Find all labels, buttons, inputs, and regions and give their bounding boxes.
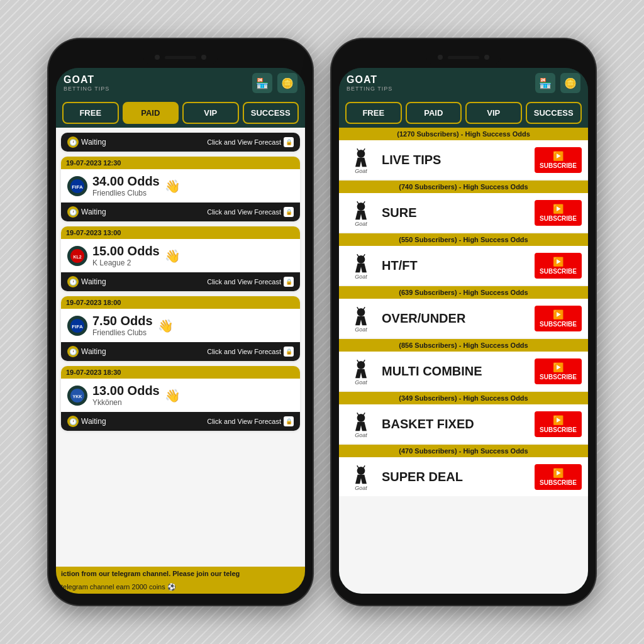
lock-3: 🔒 [284,416,294,426]
subscribe-btn-6[interactable]: ▶️ SUBSCRIBE [535,464,582,490]
sub-section-2: (550 Subscribers) - High Success Odds Go… [339,233,588,285]
waiting-3: 🕐 Waiting [67,416,106,427]
svg-text:FIFA: FIFA [72,324,83,330]
goat-label-5: Goat [355,432,367,438]
tab-vip-r[interactable]: VIP [465,102,522,124]
goat-label-1: Goat [355,221,367,227]
sub-section-4: (856 Subscribers) - High Success Odds Go… [339,339,588,391]
yt-icon-3: ▶️ [553,309,564,319]
yt-icon-4: ▶️ [553,362,564,372]
tab-free-r[interactable]: FREE [345,102,402,124]
subscribe-label-2: SUBSCRIBE [540,268,577,275]
forecast-label-0: Click and View Forecast [207,208,281,216]
left-screen: GOAT BETTING TIPS 🏪 🪙 FREE PAID VIP SUCC… [56,68,305,594]
waiting-label-1: Waiting [81,277,106,286]
app-header: GOAT BETTING TIPS 🏪 🪙 [56,68,305,98]
sub-header-2: (550 Subscribers) - High Success Odds [339,233,588,246]
sub-section-3: (639 Subscribers) - High Success Odds Go… [339,286,588,338]
sub-title-4: MULTI COMBINE [382,364,530,379]
sub-body-5: Goat BASKET FIXED ▶️ SUBSCRIBE [339,404,588,443]
forecast-label-2: Click and View Forecast [207,348,281,355]
waiting-label: Waiting [81,138,106,147]
card-body-1: KL2 15.00 Odds K League 2 👋 [61,239,300,272]
tab-paid[interactable]: PAID [123,102,179,124]
store-icon-r[interactable]: 🏪 [535,73,555,93]
ticker-2-text: telegram channel earn 2000 coins ⚽ [61,583,176,591]
nav-tabs-r: FREE PAID VIP SUCCESS [339,98,588,128]
sub-section-0: (1270 Subscribers) - High Success Odds G… [339,128,588,179]
hand-icon-3: 👋 [165,388,180,403]
subscribe-btn-5[interactable]: ▶️ SUBSCRIBE [535,411,582,437]
goat-label-0: Goat [355,168,367,174]
card-header-0: 19-07-2023 12:30 [61,157,300,169]
notch-sensor-r [484,55,489,60]
subscribe-label-0: SUBSCRIBE [540,162,577,169]
bet-odds-0: 34.00 Odds [92,174,160,189]
league-logo-3: YKK [67,386,87,406]
tab-free[interactable]: FREE [62,102,119,124]
forecast-btn[interactable]: Click and View Forecast 🔒 [207,137,294,147]
sub-body-4: Goat MULTI COMBINE ▶️ SUBSCRIBE [339,352,588,391]
tab-paid-r[interactable]: PAID [406,102,462,124]
sub-header-6: (470 Subscribers) - High Success Odds [339,445,588,457]
forecast-btn-2[interactable]: Click and View Forecast 🔒 [207,347,294,357]
forecast-btn-3[interactable]: Click and View Forecast 🔒 [207,416,294,426]
app-subtitle: BETTING TIPS [64,86,109,92]
bet-card-0: 19-07-2023 12:30 FIFA 34.00 Odds Friendl… [61,157,300,221]
tab-success[interactable]: SUCCESS [243,102,299,124]
bet-league-1: K League 2 [92,258,160,267]
goat-logo-6: Goat [345,462,377,491]
bet-card-partial: 🕐 Waiting Click and View Forecast 🔒 [61,133,300,152]
subscribe-btn-4[interactable]: ▶️ SUBSCRIBE [535,358,582,384]
goat-label-3: Goat [355,326,367,333]
sub-title-5: BASKET FIXED [382,417,530,431]
app-subtitle-r: BETTING TIPS [347,86,392,92]
subscribe-btn-1[interactable]: ▶️ SUBSCRIBE [535,200,582,226]
bet-odds-3: 13.00 Odds [92,384,160,398]
coins-icon[interactable]: 🪙 [277,73,297,93]
goat-label-2: Goat [355,274,367,280]
card-footer-1: 🕐 Waiting Click and View Forecast 🔒 [61,272,300,291]
sub-title-0: LIVE TIPS [382,153,530,167]
app-logo-r: GOAT BETTING TIPS [347,74,392,92]
header-icons-r: 🏪 🪙 [535,73,580,93]
lock-2: 🔒 [284,347,294,357]
coins-icon-r[interactable]: 🪙 [560,73,580,93]
waiting-label-3: Waiting [81,417,106,426]
notch [143,50,218,64]
card-footer-2: 🕐 Waiting Click and View Forecast 🔒 [61,342,300,361]
nav-tabs: FREE PAID VIP SUCCESS [56,98,305,128]
header-icons: 🏪 🪙 [252,73,297,93]
lock-icon: 🔒 [284,137,294,147]
bet-card-1: 19-07-2023 13:00 KL2 15.00 Odds K League… [61,226,300,291]
waiting-badge: 🕐 Waiting [67,136,106,148]
sub-body-2: Goat HT/FT ▶️ SUBSCRIBE [339,246,588,285]
store-icon[interactable]: 🏪 [252,73,272,93]
forecast-btn-1[interactable]: Click and View Forecast 🔒 [207,277,294,287]
notch-speaker-r [448,56,479,59]
clock-icon: 🕐 [67,136,79,148]
card-header-1: 19-07-2023 13:00 [61,226,300,239]
forecast-label: Click and View Forecast [207,138,281,146]
forecast-label-3: Click and View Forecast [207,418,281,425]
lock-0: 🔒 [284,207,294,217]
card-footer: 🕐 Waiting Click and View Forecast 🔒 [61,133,300,152]
yt-icon-0: ▶️ [553,151,564,161]
notch-camera [155,55,160,60]
subscribe-btn-3[interactable]: ▶️ SUBSCRIBE [535,306,582,331]
bet-league-2: Friendlies Clubs [92,328,153,337]
card-body-3: YKK 13.00 Odds Ykkönen 👋 [61,379,300,412]
bet-card-3: 19-07-2023 18:30 YKK 13.00 Odds Ykkönen … [61,366,300,431]
sub-header-0: (1270 Subscribers) - High Success Odds [339,128,588,140]
subscribe-btn-0[interactable]: ▶️ SUBSCRIBE [535,147,582,173]
svg-text:FIFA: FIFA [72,184,83,190]
waiting-label-2: Waiting [81,347,106,356]
yt-icon-2: ▶️ [553,257,564,267]
sub-title-3: OVER/UNDER [382,311,530,326]
tab-vip[interactable]: VIP [182,102,239,124]
bet-date-0: 19-07-2023 12:30 [66,159,121,167]
subscribe-btn-2[interactable]: ▶️ SUBSCRIBE [535,253,582,279]
subscribe-label-5: SUBSCRIBE [540,426,577,433]
forecast-btn-0[interactable]: Click and View Forecast 🔒 [207,207,294,217]
tab-success-r[interactable]: SUCCESS [526,102,582,124]
